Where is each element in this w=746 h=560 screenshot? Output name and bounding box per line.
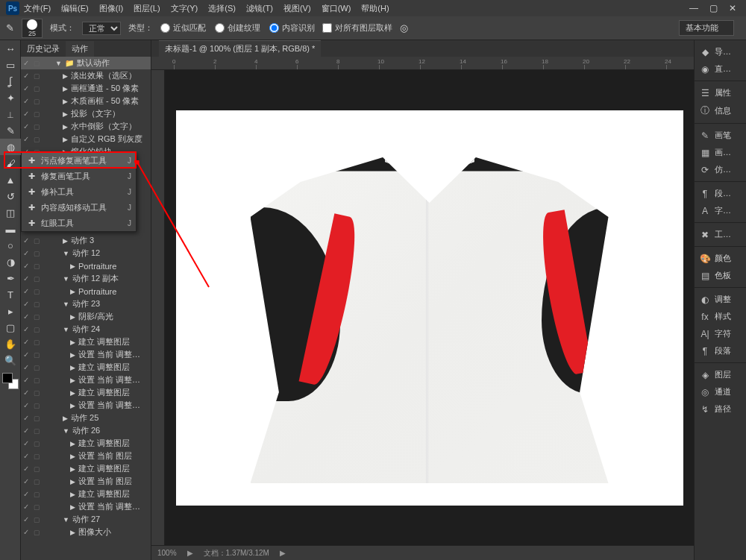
action-row-29[interactable]: ✓▢▼动作 26 [21,424,151,437]
foreground-background-colors[interactable] [2,373,19,389]
flyout-item-3[interactable]: ✚内容感知移动工具J [22,200,136,215]
action-row-33[interactable]: ✓▢▶设置 当前 图层 [21,475,151,488]
menu-2[interactable]: 图像(I) [95,1,128,16]
panel-shortcut-20[interactable]: A|字符 [695,325,746,342]
action-row-30[interactable]: ✓▢▶建立 调整图层 [21,437,151,450]
flyout-item-2[interactable]: ✚修补工具J [22,184,136,200]
canvas-area[interactable] [165,70,694,545]
menu-9[interactable]: 帮助(H) [357,1,393,16]
menu-1[interactable]: 编辑(E) [57,1,93,16]
panel-shortcut-18[interactable]: ◐调整 [695,291,746,308]
panel-shortcut-23[interactable]: ◈图层 [695,366,746,383]
action-row-34[interactable]: ✓▢▶建立 调整图层 [21,488,151,500]
type-content-aware[interactable]: 内容识别 [269,22,315,34]
workspace-switcher[interactable]: 基本功能 [679,20,734,36]
panel-shortcut-25[interactable]: ↯路径 [695,400,746,418]
action-row-4[interactable]: ✓▢▶投影（文字） [21,107,151,120]
panel-shortcut-11[interactable]: A字… [695,202,746,219]
menu-7[interactable]: 视图(V) [279,1,316,16]
flyout-item-0[interactable]: ✚污点修复画笔工具J [22,153,136,169]
rectangle-tool[interactable]: ▢ [0,319,21,336]
marquee-tool[interactable]: ▭ [0,57,21,73]
menu-8[interactable]: 窗口(W) [317,1,356,16]
pen-tool[interactable]: ✒ [0,270,21,286]
gradient-tool[interactable]: ▬ [0,221,21,237]
action-row-28[interactable]: ✓▢▶动作 25 [21,412,151,424]
crop-tool[interactable]: ⟂ [0,106,21,122]
action-row-25[interactable]: ✓▢▶设置 当前 调整… [21,374,151,386]
chevron-icon[interactable]: ▶ [280,549,286,557]
type-tool[interactable]: T [0,286,21,303]
brush-preset-picker[interactable]: 25 [22,19,43,38]
action-row-3[interactable]: ✓▢▶木质画框 - 50 像素 [21,95,151,107]
spot-healing-brush-tool[interactable]: ◍ [0,139,21,155]
action-row-26[interactable]: ✓▢▶建立 调整图层 [21,386,151,399]
action-row-1[interactable]: ✓▢▶淡出效果（选区） [21,69,151,82]
foreground-color-swatch[interactable] [2,373,13,383]
dodge-tool[interactable]: ◑ [0,254,21,270]
close-button[interactable]: ✕ [725,3,740,13]
move-tool[interactable]: ↔ [0,40,21,57]
action-row-20[interactable]: ✓▢▶阴影/高光 [21,310,151,323]
blur-tool[interactable]: ○ [0,237,21,254]
panel-shortcut-21[interactable]: ¶段落 [695,342,746,359]
action-row-18[interactable]: ✓▢▶Portraiture [21,285,151,298]
actions-list[interactable]: ✓▢▼📁默认动作✓▢▶淡出效果（选区）✓▢▶画框通道 - 50 像素✓▢▶木质画… [21,57,151,560]
action-row-22[interactable]: ✓▢▶建立 调整图层 [21,336,151,348]
panel-shortcut-1[interactable]: ◉直… [695,60,746,78]
brush-tool[interactable]: 🖌 [0,155,21,172]
action-row-24[interactable]: ✓▢▶建立 调整图层 [21,361,151,374]
history-brush-tool[interactable]: ↺ [0,188,21,204]
pressure-icon[interactable]: ◎ [400,22,408,34]
zoom-level[interactable]: 100% [157,549,177,557]
clone-stamp-tool[interactable]: ▲ [0,172,21,188]
panel-shortcut-3[interactable]: ☰属性 [695,84,746,101]
menu-3[interactable]: 图层(L) [129,1,164,16]
action-row-2[interactable]: ✓▢▶画框通道 - 50 像素 [21,82,151,95]
arrow-icon[interactable]: ▶ [187,549,193,557]
mode-select[interactable]: 正常 [82,22,121,35]
type-create-texture[interactable]: 创建纹理 [215,22,260,34]
panel-shortcut-24[interactable]: ◎通道 [695,383,746,400]
canvas[interactable] [176,110,683,506]
action-row-5[interactable]: ✓▢▶水中倒影（文字） [21,120,151,133]
flyout-item-1[interactable]: ✚修复画笔工具J [22,169,136,184]
hand-tool[interactable]: ✋ [0,336,21,352]
action-row-15[interactable]: ✓▢▼动作 12 [21,247,151,259]
path-selection-tool[interactable]: ▸ [0,303,21,319]
actions-tab[interactable]: 动作 [66,41,94,57]
eraser-tool[interactable]: ◫ [0,204,21,221]
panel-shortcut-8[interactable]: ⟳仿… [695,161,746,178]
panel-shortcut-7[interactable]: ▦画… [695,144,746,161]
zoom-tool[interactable]: 🔍 [0,352,21,368]
action-row-0[interactable]: ✓▢▼📁默认动作 [21,57,151,69]
magic-wand-tool[interactable]: ✦ [0,89,21,106]
lasso-tool[interactable]: ʆ [0,73,21,89]
action-row-32[interactable]: ✓▢▶建立 调整图层 [21,462,151,475]
eyedropper-tool[interactable]: ✎ [0,122,21,139]
maximize-button[interactable]: ▢ [706,3,721,13]
action-row-17[interactable]: ✓▢▼动作 12 副本 [21,272,151,285]
action-row-35[interactable]: ✓▢▶设置 当前 调整… [21,500,151,513]
panel-shortcut-13[interactable]: ✖工… [695,226,746,243]
action-row-21[interactable]: ✓▢▼动作 24 [21,323,151,336]
menu-5[interactable]: 选择(S) [204,1,240,16]
panel-shortcut-0[interactable]: ◆导… [695,43,746,60]
action-row-37[interactable]: ✓▢▶图像大小 [21,526,151,538]
action-row-31[interactable]: ✓▢▶设置 当前 图层 [21,450,151,462]
panel-shortcut-6[interactable]: ✎画笔 [695,127,746,144]
menu-4[interactable]: 文字(Y) [166,1,203,16]
panel-shortcut-10[interactable]: ¶段… [695,185,746,202]
action-row-36[interactable]: ✓▢▼动作 27 [21,513,151,526]
type-proximity-match[interactable]: 近似匹配 [160,22,206,34]
document-tab[interactable]: 未标题-1 @ 100% (图层 1 副本, RGB/8) * [159,40,321,57]
minimize-button[interactable]: — [686,3,701,13]
flyout-item-4[interactable]: ✚红眼工具J [22,215,136,231]
history-tab[interactable]: 历史记录 [21,41,66,57]
action-row-6[interactable]: ✓▢▶自定义 RGB 到灰度 [21,133,151,145]
action-row-16[interactable]: ✓▢▶Portraiture [21,259,151,272]
panel-shortcut-4[interactable]: ⓘ信息 [695,101,746,120]
action-row-19[interactable]: ✓▢▼动作 23 [21,298,151,310]
menu-0[interactable]: 文件(F) [19,1,55,16]
panel-shortcut-15[interactable]: 🎨颜色 [695,250,746,267]
